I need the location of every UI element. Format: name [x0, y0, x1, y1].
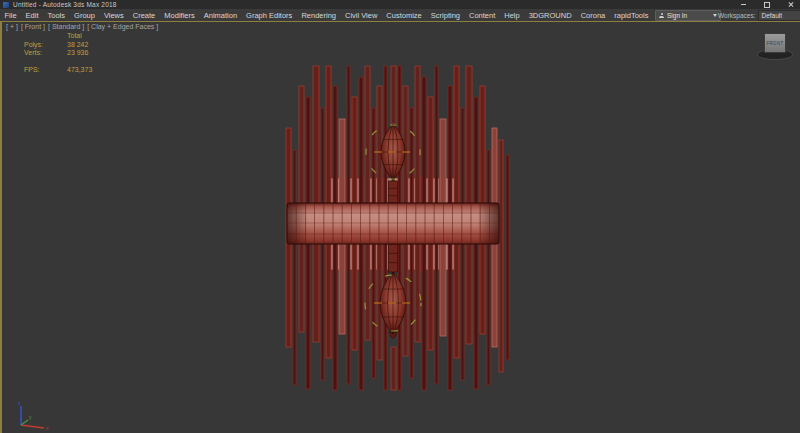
- viewcube-front-face[interactable]: FRONT: [764, 33, 786, 53]
- menu-item-customize[interactable]: Customize: [382, 11, 426, 20]
- viewcube[interactable]: FRONT: [755, 30, 795, 62]
- z-axis-label: z: [18, 400, 21, 406]
- user-icon: [659, 13, 664, 18]
- menu-bar: FileEditToolsGroupViewsCreateModifiersAn…: [0, 9, 800, 21]
- menu-item-edit[interactable]: Edit: [21, 11, 43, 20]
- menu-item-rendering[interactable]: Rendering: [297, 11, 341, 20]
- 3dsmax-logo-icon: [3, 2, 9, 8]
- menu-item-corona[interactable]: Corona: [576, 11, 610, 20]
- menu-items: FileEditToolsGroupViewsCreateModifiersAn…: [0, 11, 653, 20]
- viewport-statistics: Total Polys:38 242Verts:23 936 FPS: 473,…: [24, 32, 92, 74]
- x-axis-line: [21, 425, 44, 428]
- viewport-border-top: [0, 21, 800, 22]
- menu-item-civil-view[interactable]: Civil View: [340, 11, 381, 20]
- y-axis-line: [21, 420, 28, 425]
- menu-item-file[interactable]: File: [0, 11, 21, 20]
- menu-item-animation[interactable]: Animation: [199, 11, 241, 20]
- menu-item-views[interactable]: Views: [99, 11, 128, 20]
- viewport-label: [ + ][ Front ][ Standard ][ Clay + Edged…: [6, 23, 158, 30]
- close-icon: [788, 2, 794, 8]
- x-axis-label: x: [46, 425, 49, 431]
- viewport-border-left: [0, 21, 2, 433]
- chevron-down-icon: [713, 14, 717, 17]
- sign-in-button[interactable]: Sign In: [655, 10, 721, 21]
- viewport-menu-general[interactable]: [ + ]: [6, 23, 18, 30]
- world-axis-tripod: z x y: [12, 399, 56, 431]
- menu-item-3dground[interactable]: 3DGROUND: [524, 11, 576, 20]
- stats-total-header: Total: [67, 32, 82, 41]
- model-center-band[interactable]: [287, 203, 499, 244]
- fps-label: FPS:: [24, 66, 67, 75]
- y-axis-label: y: [29, 414, 32, 420]
- menu-item-rapidtools[interactable]: rapidTools: [610, 11, 653, 20]
- sign-in-label: Sign In: [667, 12, 687, 19]
- stats-polys-row: Polys:38 242: [24, 41, 92, 50]
- minimize-button[interactable]: [738, 0, 748, 9]
- workspaces-control: Workspaces: Default: [718, 10, 800, 21]
- viewport-menu-standard[interactable]: [ Standard ]: [48, 23, 84, 30]
- viewport-menu-pov[interactable]: [ Front ]: [21, 23, 45, 30]
- close-button[interactable]: [786, 0, 796, 9]
- menu-item-modifiers[interactable]: Modifiers: [160, 11, 199, 20]
- menu-item-content[interactable]: Content: [464, 11, 499, 20]
- viewport-front[interactable]: [ + ][ Front ][ Standard ][ Clay + Edged…: [2, 22, 800, 433]
- fps-value: 473,373: [67, 66, 92, 75]
- maximize-button[interactable]: [762, 0, 772, 9]
- stats-value: 38 242: [67, 41, 88, 50]
- minimize-icon: [741, 4, 746, 5]
- stats-header-row: Total: [24, 32, 92, 41]
- title-bar: Untitled - Autodesk 3ds Max 2018: [0, 0, 800, 9]
- 3dsmax-window: Untitled - Autodesk 3ds Max 2018 FileEdi…: [0, 0, 800, 433]
- menu-item-help[interactable]: Help: [500, 11, 524, 20]
- stats-value: 23 936: [67, 49, 88, 58]
- stats-verts-row: Verts:23 936: [24, 49, 92, 58]
- menu-item-graph-editors[interactable]: Graph Editors: [242, 11, 297, 20]
- menu-item-tools[interactable]: Tools: [43, 11, 70, 20]
- stats-label: Polys:: [24, 41, 67, 50]
- menu-item-group[interactable]: Group: [70, 11, 100, 20]
- menu-item-scripting[interactable]: Scripting: [426, 11, 464, 20]
- menu-item-create[interactable]: Create: [128, 11, 160, 20]
- maximize-icon: [764, 2, 770, 8]
- workspaces-label: Workspaces:: [718, 12, 755, 19]
- viewport-menu-shading[interactable]: [ Clay + Edged Faces ]: [87, 23, 158, 30]
- workspaces-selected-value: Default: [761, 12, 782, 19]
- stats-label: Verts:: [24, 49, 67, 58]
- viewport-canvas[interactable]: [2, 22, 800, 433]
- stats-fps-row: FPS: 473,373: [24, 66, 92, 75]
- workspaces-select[interactable]: Default: [758, 10, 800, 21]
- window-title: Untitled - Autodesk 3ds Max 2018: [13, 1, 117, 8]
